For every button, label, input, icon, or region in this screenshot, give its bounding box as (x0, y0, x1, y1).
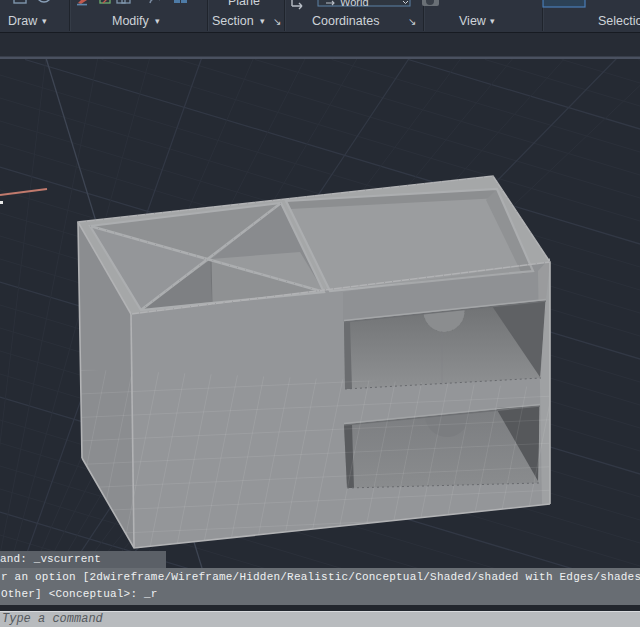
svg-text:Plane: Plane (228, 0, 260, 8)
svg-text:World: World (340, 0, 369, 8)
